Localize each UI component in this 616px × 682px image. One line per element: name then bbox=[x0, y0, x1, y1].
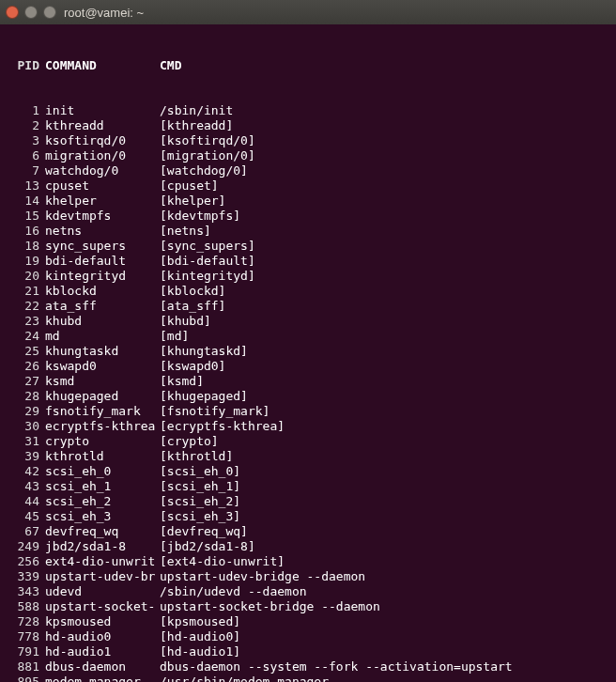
table-row: 24md[md] bbox=[6, 329, 610, 344]
cell-pid: 28 bbox=[6, 389, 45, 404]
table-row: 339upstart-udev-brupstart-udev-bridge --… bbox=[6, 569, 610, 584]
close-icon[interactable] bbox=[6, 6, 19, 19]
cell-pid: 44 bbox=[6, 494, 45, 509]
cell-pid: 24 bbox=[6, 329, 45, 344]
cell-cmd: [scsi_eh_3] bbox=[160, 509, 610, 524]
cell-command: fsnotify_mark bbox=[45, 404, 160, 419]
window-controls bbox=[6, 6, 56, 19]
cell-pid: 27 bbox=[6, 374, 45, 389]
table-row: 13cpuset[cpuset] bbox=[6, 178, 610, 194]
cell-cmd: [watchdog/0] bbox=[160, 163, 610, 178]
cell-cmd: upstart-udev-bridge --daemon bbox=[160, 569, 610, 584]
cell-command: netns bbox=[45, 224, 160, 239]
maximize-icon[interactable] bbox=[43, 6, 56, 19]
cell-cmd: /sbin/udevd --daemon bbox=[160, 584, 610, 599]
cell-cmd: [ksoftirqd/0] bbox=[160, 133, 610, 148]
table-row: 6migration/0[migration/0] bbox=[6, 148, 610, 163]
table-row: 44scsi_eh_2[scsi_eh_2] bbox=[6, 494, 610, 509]
cell-pid: 1 bbox=[6, 103, 45, 118]
cell-cmd: [kswapd0] bbox=[160, 359, 610, 374]
table-row: 16netns[netns] bbox=[6, 224, 610, 239]
table-header: PID COMMAND CMD bbox=[6, 58, 610, 73]
cell-pid: 26 bbox=[6, 359, 45, 374]
cell-pid: 588 bbox=[6, 599, 45, 614]
cell-command: kblockd bbox=[45, 284, 160, 299]
table-row: 39kthrotld[kthrotld] bbox=[6, 449, 610, 464]
table-row: 1init/sbin/init bbox=[6, 103, 610, 118]
table-row: 728kpsmoused[kpsmoused] bbox=[6, 614, 610, 629]
cell-command: modem-manager bbox=[45, 674, 160, 682]
cell-pid: 339 bbox=[6, 569, 45, 584]
table-row: 3ksoftirqd/0[ksoftirqd/0] bbox=[6, 133, 610, 148]
minimize-icon[interactable] bbox=[24, 6, 38, 19]
cell-command: kpsmoused bbox=[45, 614, 160, 629]
cell-cmd: [ext4-dio-unwrit] bbox=[160, 554, 610, 569]
cell-command: scsi_eh_0 bbox=[45, 464, 160, 479]
cell-command: md bbox=[45, 329, 160, 344]
cell-cmd: [khugepaged] bbox=[160, 389, 610, 404]
cell-command: kintegrityd bbox=[45, 269, 160, 284]
table-row: 20kintegrityd[kintegrityd] bbox=[6, 269, 610, 284]
cell-command: scsi_eh_3 bbox=[45, 509, 160, 524]
col-pid: PID bbox=[6, 58, 45, 73]
cell-cmd: [crypto] bbox=[160, 434, 610, 449]
cell-command: sync_supers bbox=[45, 239, 160, 254]
cell-cmd: [scsi_eh_1] bbox=[160, 479, 610, 494]
cell-pid: 21 bbox=[6, 284, 45, 299]
cell-cmd: [md] bbox=[160, 329, 610, 344]
cell-command: ata_sff bbox=[45, 299, 160, 314]
cell-pid: 13 bbox=[6, 178, 45, 194]
cell-command: khungtaskd bbox=[45, 344, 160, 359]
cell-cmd: [jbd2/sda1-8] bbox=[160, 539, 610, 554]
cell-cmd: [scsi_eh_0] bbox=[160, 464, 610, 479]
cell-cmd: /usr/sbin/modem-manager bbox=[160, 674, 610, 682]
cell-cmd: [sync_supers] bbox=[160, 239, 610, 254]
table-row: 22ata_sff[ata_sff] bbox=[6, 299, 610, 314]
cell-pid: 16 bbox=[6, 224, 45, 239]
table-row: 256ext4-dio-unwrit[ext4-dio-unwrit] bbox=[6, 554, 610, 569]
cell-pid: 31 bbox=[6, 434, 45, 449]
table-row: 30ecryptfs-kthrea[ecryptfs-kthrea] bbox=[6, 419, 610, 434]
cell-command: kswapd0 bbox=[45, 359, 160, 374]
cell-pid: 43 bbox=[6, 479, 45, 494]
terminal-output[interactable]: PID COMMAND CMD 1init/sbin/init2kthreadd… bbox=[0, 24, 616, 682]
cell-command: init bbox=[45, 103, 160, 118]
cell-command: cpuset bbox=[45, 178, 160, 194]
table-row: 881dbus-daemondbus-daemon --system --for… bbox=[6, 659, 610, 674]
table-row: 67devfreq_wq[devfreq_wq] bbox=[6, 524, 610, 539]
cell-command: ksmd bbox=[45, 374, 160, 389]
cell-pid: 6 bbox=[6, 148, 45, 163]
cell-pid: 14 bbox=[6, 194, 45, 209]
cell-command: ksoftirqd/0 bbox=[45, 133, 160, 148]
cell-cmd: dbus-daemon --system --fork --activation… bbox=[160, 659, 610, 674]
cell-cmd: [ecryptfs-kthrea] bbox=[160, 419, 610, 434]
cell-pid: 67 bbox=[6, 524, 45, 539]
cell-command: khubd bbox=[45, 314, 160, 329]
cell-command: bdi-default bbox=[45, 254, 160, 269]
table-row: 791hd-audio1[hd-audio1] bbox=[6, 644, 610, 659]
table-row: 343udevd/sbin/udevd --daemon bbox=[6, 584, 610, 599]
cell-command: crypto bbox=[45, 434, 160, 449]
cell-pid: 895 bbox=[6, 674, 45, 682]
cell-pid: 7 bbox=[6, 163, 45, 178]
cell-command: watchdog/0 bbox=[45, 163, 160, 178]
table-row: 19bdi-default[bdi-default] bbox=[6, 254, 610, 269]
table-row: 249jbd2/sda1-8[jbd2/sda1-8] bbox=[6, 539, 610, 554]
cell-command: scsi_eh_2 bbox=[45, 494, 160, 509]
table-row: 26kswapd0[kswapd0] bbox=[6, 359, 610, 374]
cell-cmd: [khelper] bbox=[160, 194, 610, 209]
cell-cmd: [ksmd] bbox=[160, 374, 610, 389]
table-row: 28khugepaged[khugepaged] bbox=[6, 389, 610, 404]
cell-cmd: upstart-socket-bridge --daemon bbox=[160, 599, 610, 614]
table-row: 25khungtaskd[khungtaskd] bbox=[6, 344, 610, 359]
cell-pid: 2 bbox=[6, 118, 45, 133]
cell-cmd: [cpuset] bbox=[160, 178, 610, 194]
cell-pid: 728 bbox=[6, 614, 45, 629]
cell-pid: 39 bbox=[6, 449, 45, 464]
cell-pid: 249 bbox=[6, 539, 45, 554]
cell-command: khugepaged bbox=[45, 389, 160, 404]
cell-cmd: [kintegrityd] bbox=[160, 269, 610, 284]
cell-command: udevd bbox=[45, 584, 160, 599]
cell-cmd: [kthreadd] bbox=[160, 118, 610, 133]
cell-cmd: [devfreq_wq] bbox=[160, 524, 610, 539]
